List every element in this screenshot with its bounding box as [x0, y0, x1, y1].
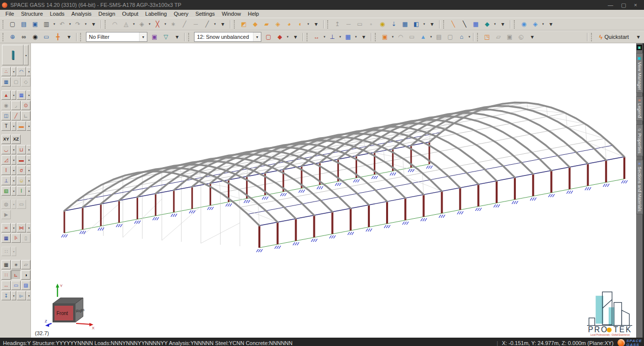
toolbar-drag-handle[interactable] [477, 33, 480, 41]
grid-snap-button[interactable]: ▦ [1, 77, 11, 86]
clipboard-button[interactable]: ▭ [41, 31, 52, 42]
select-members-button[interactable]: ◆ [250, 19, 261, 29]
flags-button[interactable]: ▨ [21, 281, 30, 290]
filter-combobox[interactable]: No Filter▾ [86, 32, 147, 42]
ucs-axes-button[interactable]: ⊾ [11, 270, 21, 280]
menu-query[interactable]: Query [170, 10, 192, 18]
new-file-button[interactable]: ▢ [7, 19, 18, 29]
select-brush-button[interactable]: ◕ [283, 19, 295, 29]
select-polygon-button[interactable]: ▰ [261, 19, 272, 29]
dropdown-arrow-icon[interactable]: ▾ [541, 19, 545, 29]
dropdown-arrow-icon[interactable]: ▾ [391, 32, 395, 42]
overflow-8-button[interactable]: ▾ [171, 31, 183, 42]
draw-nodes-button[interactable]: ∴ [1, 67, 11, 76]
minimize-button[interactable]: — [608, 0, 613, 10]
toolbar-drag-handle[interactable] [80, 33, 83, 41]
basket-button[interactable]: ◉ [377, 19, 388, 29]
dropdown-arrow-icon[interactable]: ▾ [11, 291, 16, 300]
camera-button[interactable]: ◉ [29, 31, 41, 42]
toolbar-drag-handle[interactable] [2, 20, 5, 29]
grid-lines-button[interactable]: ▦ [1, 260, 11, 269]
dropdown-arrow-icon[interactable]: ▾ [27, 176, 31, 185]
view-xz-button[interactable]: XZ [11, 135, 21, 144]
dropdown-arrow-icon[interactable]: ▾ [27, 90, 31, 100]
draw-line-button[interactable]: ╱ [11, 111, 21, 120]
filter-funnel-button[interactable]: ▽ [160, 31, 171, 42]
dropdown-arrow-icon[interactable]: ▾ [11, 90, 16, 100]
overflow-11-button[interactable]: ▾ [527, 31, 538, 42]
combine-button[interactable]: ▦ [1, 233, 11, 243]
save-file-button[interactable]: ▣ [29, 19, 41, 29]
menu-settings[interactable]: Settings [192, 10, 219, 18]
toolbar-drag-handle[interactable] [443, 20, 446, 29]
member-curve-button[interactable]: ◞ [11, 101, 21, 110]
dropdown-arrow-icon[interactable]: ▾ [163, 19, 168, 29]
pick-button[interactable]: ╲ [459, 19, 470, 29]
menu-design[interactable]: Design [95, 10, 118, 18]
node-loads-button[interactable]: ⊥ [327, 31, 338, 42]
render-section-button[interactable]: I [17, 186, 26, 196]
render-bw-button[interactable]: ◑ [21, 270, 30, 280]
close-button[interactable]: × [634, 0, 637, 10]
dropdown-arrow-icon[interactable]: ▾ [27, 155, 31, 165]
inertia-button[interactable]: I¹ [11, 233, 21, 243]
axial-diagram-button[interactable]: ▬ [17, 155, 26, 165]
dropdown-arrow-icon[interactable]: ▾ [306, 19, 310, 29]
open-file-button[interactable]: ▤ [18, 19, 29, 29]
export-button[interactable]: ↧ [1, 291, 11, 300]
text-tool-button[interactable]: T [1, 121, 11, 131]
dropdown-arrow-icon[interactable]: ▾ [354, 32, 358, 42]
dropdown-arrow-icon[interactable]: ▾ [11, 223, 16, 232]
menu-loads[interactable]: Loads [46, 10, 68, 18]
dropdown-arrow-icon[interactable]: ▾ [27, 186, 31, 196]
dropdown-arrow-icon[interactable]: ▾ [429, 32, 433, 42]
dropdown-arrow-icon[interactable]: ▾ [422, 19, 426, 29]
overflow-7-button[interactable]: ▾ [63, 31, 75, 42]
dropdown-arrow-icon[interactable]: ▾ [52, 19, 56, 29]
mesh-button[interactable]: ▦ [17, 90, 26, 100]
draw-arc-button[interactable]: ◠ [17, 67, 26, 76]
print-button[interactable]: ▥ [41, 19, 52, 29]
chevron-down-icon[interactable]: ▾ [139, 32, 147, 41]
dropdown-arrow-icon[interactable]: ▾ [338, 32, 342, 42]
section-library-button[interactable]: I [2, 45, 24, 65]
contour-button[interactable]: ▧ [1, 186, 11, 196]
maximize-button[interactable]: ▢ [621, 0, 626, 10]
quickstart-button[interactable]: ϟQuickstart [595, 32, 633, 42]
moving-loads-button[interactable]: ◧ [411, 19, 422, 29]
overflow-5-button[interactable]: ▾ [497, 19, 508, 29]
overflow-12-button[interactable]: ▾ [633, 31, 644, 42]
pointer-button[interactable]: ▻ [17, 291, 26, 300]
dropdown-arrow-icon[interactable]: ▾ [27, 223, 31, 232]
toolbar-drag-handle[interactable] [188, 33, 191, 41]
tab-view-manager[interactable]: ▣View Manager [636, 53, 643, 93]
supports-view-button[interactable]: ⊥ [1, 176, 11, 185]
toolbar-drag-handle[interactable] [327, 20, 330, 29]
dot-grid-button[interactable]: ∷ [1, 270, 11, 280]
view-xy-button[interactable]: XY [1, 135, 11, 144]
moment-y-button[interactable]: ⊔ [17, 145, 26, 154]
dropdown-arrow-icon[interactable]: ▾ [11, 67, 16, 76]
dropdown-arrow-icon[interactable]: ▾ [285, 32, 290, 42]
wing-connections-button[interactable]: ⋈ [17, 223, 26, 232]
notes-button[interactable]: ◳ [481, 31, 493, 42]
dropdown-arrow-icon[interactable]: ▾ [27, 291, 31, 300]
copy-view-button[interactable]: ▣ [149, 31, 160, 42]
menu-window[interactable]: Window [218, 10, 244, 18]
dropdown-arrow-icon[interactable]: ▾ [11, 176, 16, 185]
node-probe-button[interactable]: ⊙ [21, 101, 30, 110]
dropdown-arrow-icon[interactable]: ▾ [27, 121, 31, 131]
bending-moment-button[interactable]: ◡ [1, 145, 11, 154]
link-members-button[interactable]: ≍ [1, 223, 11, 232]
shear-diagram-button[interactable]: ◿ [1, 155, 11, 165]
select-nodes-button[interactable]: ◩ [238, 19, 250, 29]
dropdown-arrow-icon[interactable]: ▾ [322, 32, 327, 42]
axes-marker-button[interactable]: ∗ [11, 260, 21, 269]
add-node-button[interactable]: ▲ [1, 90, 11, 100]
copy-loads-button[interactable]: ▣ [379, 31, 391, 42]
orientation-cube[interactable]: Y Front Right X Z [45, 282, 96, 330]
dropdown-arrow-icon[interactable]: ▾ [493, 19, 497, 29]
overflow-10-button[interactable]: ▾ [358, 31, 369, 42]
pan-button[interactable]: ╋ [52, 31, 63, 42]
dropdown-arrow-icon[interactable]: ▾ [27, 166, 31, 175]
